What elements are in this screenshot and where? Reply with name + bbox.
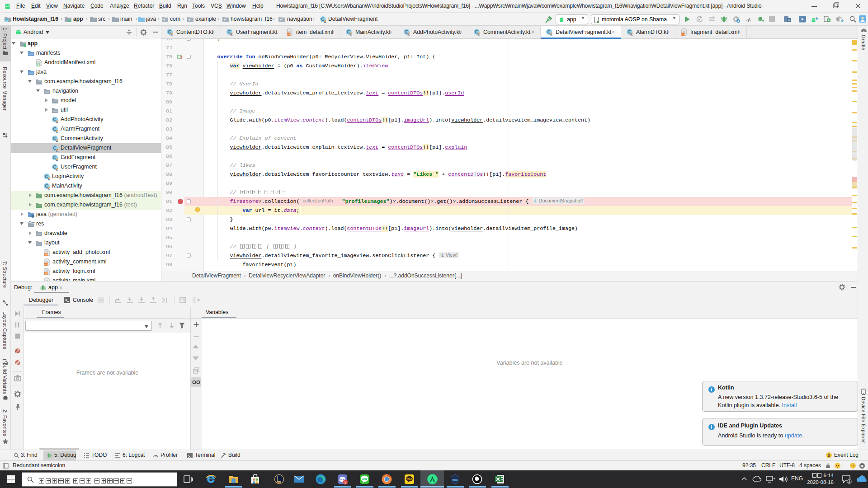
svg-text:TALK: TALK: [406, 478, 412, 480]
svg-text:nox: nox: [452, 478, 458, 481]
svg-text:4: 4: [848, 479, 850, 484]
svg-text:LINE: LINE: [362, 478, 368, 480]
svg-text:2: 2: [344, 480, 347, 484]
svg-text:ws: ws: [5, 19, 8, 22]
